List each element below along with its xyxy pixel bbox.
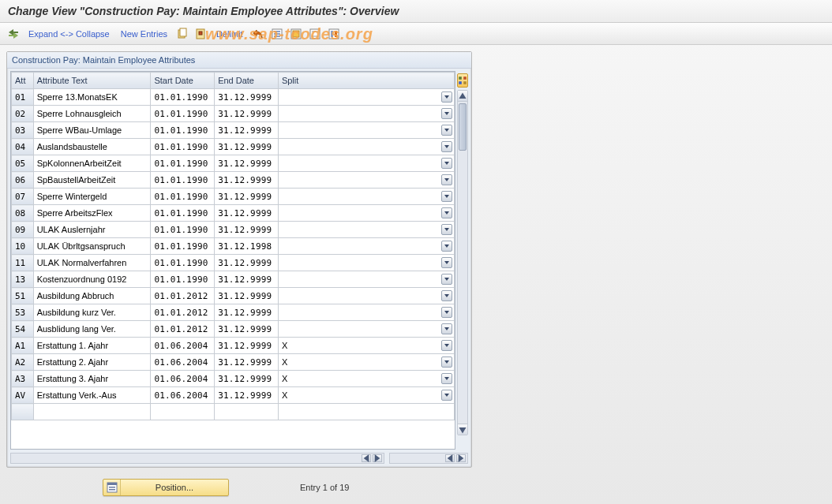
- dropdown-icon[interactable]: [441, 191, 452, 202]
- cell-attribute-text[interactable]: SpBaustellArbeitZeit: [33, 172, 151, 189]
- table-row[interactable]: AVErstattung Verk.-Aus01.06.200431.12.99…: [12, 387, 455, 404]
- cell-split[interactable]: [278, 271, 454, 288]
- table-row[interactable]: 07Sperre Wintergeld01.01.199031.12.9999: [12, 189, 455, 205]
- table-row[interactable]: 05SpKolonnenArbeitZeit01.01.199031.12.99…: [12, 155, 455, 172]
- cell-attribute-text[interactable]: Erstattung 1. Ajahr: [33, 338, 151, 354]
- cell-split[interactable]: [278, 106, 454, 122]
- cell-attribute-text[interactable]: ULAK Normalverfahren: [33, 255, 151, 271]
- dropdown-icon[interactable]: [441, 91, 452, 103]
- table-config-icon[interactable]: [457, 73, 468, 88]
- select-all-icon[interactable]: [270, 27, 284, 41]
- dropdown-icon[interactable]: [441, 257, 452, 268]
- h-right2-icon[interactable]: [456, 454, 466, 462]
- cell-end-date[interactable]: 31.12.9999: [215, 354, 279, 371]
- cell-start-date[interactable]: 01.01.1990: [151, 222, 215, 238]
- cell-attribute-text[interactable]: Erstattung Verk.-Aus: [33, 387, 151, 404]
- scroll-down-icon[interactable]: [458, 424, 467, 435]
- cell-start-date[interactable]: 01.01.2012: [151, 288, 215, 304]
- table-row[interactable]: A1Erstattung 1. Ajahr01.06.200431.12.999…: [12, 338, 455, 354]
- cell-start-date[interactable]: 01.01.1990: [151, 189, 215, 205]
- cell-start-date[interactable]: 01.06.2004: [151, 371, 215, 387]
- cell-split[interactable]: [278, 304, 454, 321]
- cell-attribute-text[interactable]: Ausblidung lang Ver.: [33, 321, 151, 338]
- col-attribute-text[interactable]: Attribute Text: [33, 73, 151, 89]
- cell-att[interactable]: 03: [12, 122, 34, 139]
- cell-att[interactable]: A1: [12, 338, 34, 354]
- cell-end-date[interactable]: 31.12.9999: [215, 106, 279, 122]
- table-row[interactable]: 06SpBaustellArbeitZeit01.01.199031.12.99…: [12, 172, 455, 189]
- cell-split[interactable]: [278, 189, 454, 205]
- cell-start-date[interactable]: 01.01.1990: [151, 106, 215, 122]
- cell-att[interactable]: 10: [12, 238, 34, 255]
- cell-split[interactable]: X: [278, 387, 454, 404]
- table-row[interactable]: 53Ausbildung kurz Ver.01.01.201231.12.99…: [12, 304, 455, 321]
- table-row[interactable]: 51Ausbildung Abbruch01.01.201231.12.9999: [12, 288, 455, 304]
- table-row[interactable]: 09ULAK Auslernjahr01.01.199031.12.9999: [12, 222, 455, 238]
- cell-att[interactable]: A2: [12, 354, 34, 371]
- dropdown-icon[interactable]: [441, 207, 452, 218]
- dropdown-icon[interactable]: [441, 340, 452, 351]
- cell-end-date[interactable]: 31.12.9999: [215, 222, 279, 238]
- cell-end-date[interactable]: 31.12.9999: [215, 338, 279, 354]
- cell-attribute-text[interactable]: Sperre Lohnausgleich: [33, 106, 151, 122]
- cell-start-date[interactable]: 01.01.1990: [151, 271, 215, 288]
- cell-start-date[interactable]: 01.01.1990: [151, 122, 215, 139]
- h-scroll-left-pane[interactable]: [10, 453, 384, 464]
- col-split[interactable]: Split: [278, 73, 454, 89]
- cell-start-date[interactable]: 01.01.1990: [151, 89, 215, 106]
- cell-start-date[interactable]: 01.01.2012: [151, 321, 215, 338]
- cell-start-date[interactable]: 01.01.2012: [151, 304, 215, 321]
- dropdown-icon[interactable]: [441, 108, 452, 119]
- toggle-icon[interactable]: [6, 27, 21, 41]
- table-row[interactable]: 04Auslandsbaustelle01.01.199031.12.9999: [12, 139, 455, 155]
- dropdown-icon[interactable]: [441, 373, 452, 384]
- dropdown-icon[interactable]: [441, 141, 452, 152]
- cell-end-date[interactable]: 31.12.9999: [215, 304, 279, 321]
- cell-att[interactable]: 09: [12, 222, 34, 238]
- cell-split[interactable]: [278, 222, 454, 238]
- cell-split[interactable]: [278, 172, 454, 189]
- cell-att[interactable]: AV: [12, 387, 34, 404]
- cell-att[interactable]: 07: [12, 189, 34, 205]
- cell-split[interactable]: [278, 321, 454, 338]
- cell-split[interactable]: X: [278, 338, 454, 354]
- cell-end-date[interactable]: 31.12.9999: [215, 271, 279, 288]
- dropdown-icon[interactable]: [441, 323, 452, 334]
- cell-att[interactable]: 01: [12, 89, 34, 106]
- cell-attribute-text[interactable]: Auslandsbaustelle: [33, 139, 151, 155]
- cell-att[interactable]: 53: [12, 304, 34, 321]
- cell-att[interactable]: 08: [12, 205, 34, 222]
- cell-att[interactable]: 13: [12, 271, 34, 288]
- cell-start-date[interactable]: 01.01.1990: [151, 205, 215, 222]
- scroll-thumb[interactable]: [459, 103, 467, 151]
- cell-split[interactable]: [278, 139, 454, 155]
- cell-attribute-text[interactable]: ULAK Auslernjahr: [33, 222, 151, 238]
- cell-split[interactable]: [278, 155, 454, 172]
- dropdown-icon[interactable]: [441, 290, 452, 301]
- scroll-up-icon[interactable]: [458, 91, 467, 102]
- cell-start-date[interactable]: 01.01.1990: [151, 155, 215, 172]
- cell-end-date[interactable]: 31.12.9999: [215, 155, 279, 172]
- cell-attribute-text[interactable]: Ausbildung Abbruch: [33, 288, 151, 304]
- cell-end-date[interactable]: 31.12.9999: [215, 122, 279, 139]
- dropdown-icon[interactable]: [441, 390, 452, 401]
- dropdown-icon[interactable]: [441, 307, 452, 318]
- cell-start-date[interactable]: 01.06.2004: [151, 354, 215, 371]
- cell-end-date[interactable]: 31.12.1998: [215, 238, 279, 255]
- cell-attribute-text[interactable]: Sperre 13.MonatsEK: [33, 89, 151, 106]
- col-att[interactable]: Att: [12, 73, 34, 89]
- col-end-date[interactable]: End Date: [215, 73, 279, 89]
- cell-end-date[interactable]: 31.12.9999: [215, 321, 279, 338]
- table-row[interactable]: A2Erstattung 2. Ajahr01.06.200431.12.999…: [12, 354, 455, 371]
- cell-start-date[interactable]: 01.06.2004: [151, 387, 215, 404]
- table-row[interactable]: 08Sperre ArbeitszFlex01.01.199031.12.999…: [12, 205, 455, 222]
- cell-split[interactable]: [278, 205, 454, 222]
- cell-att[interactable]: 04: [12, 139, 34, 155]
- new-entries-button[interactable]: New Entries: [118, 29, 171, 39]
- cell-end-date[interactable]: 31.12.9999: [215, 139, 279, 155]
- cell-end-date[interactable]: 31.12.9999: [215, 371, 279, 387]
- cell-split[interactable]: X: [278, 354, 454, 371]
- table-row[interactable]: 02Sperre Lohnausgleich01.01.199031.12.99…: [12, 106, 455, 122]
- h-scroll-right-pane[interactable]: [389, 453, 468, 464]
- dropdown-icon[interactable]: [441, 224, 452, 235]
